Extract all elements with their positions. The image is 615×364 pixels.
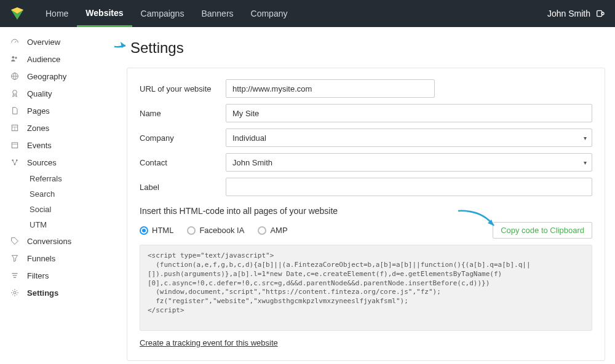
contact-label: Contact xyxy=(140,158,226,167)
sidebar-item-audience[interactable]: Audience xyxy=(0,50,114,68)
svg-point-5 xyxy=(12,56,14,58)
sidebar-item-label: Audience xyxy=(27,55,60,64)
annotation-arrow-icon xyxy=(457,208,500,233)
user-name: John Smith xyxy=(547,9,590,18)
sidebar-item-funnels[interactable]: Funnels xyxy=(0,250,114,267)
sidebar-item-label: Overview xyxy=(27,38,60,47)
sidebar-item-label: Settings xyxy=(27,288,58,298)
filter-icon xyxy=(10,271,20,280)
sidebar-item-label: Quality xyxy=(27,89,52,98)
svg-rect-14 xyxy=(12,143,17,148)
page-title: Settings xyxy=(130,39,605,57)
sidebar: OverviewAudienceGeographyQualityPagesZon… xyxy=(0,27,114,364)
award-icon xyxy=(10,89,20,98)
action-bar: Delete Update xyxy=(127,361,605,364)
account-icon xyxy=(595,9,605,18)
create-tracking-event-link[interactable]: Create a tracking event for this website xyxy=(140,338,278,347)
sidebar-subitem-utm[interactable]: UTM xyxy=(0,217,114,232)
format-radio-amp[interactable]: AMP xyxy=(258,226,287,235)
copy-code-button[interactable]: Copy code to Clipboard xyxy=(493,222,592,239)
zone-icon xyxy=(10,123,20,133)
sidebar-item-label: Sources xyxy=(27,158,57,167)
sidebar-subitem-social[interactable]: Social xyxy=(0,202,114,217)
sidebar-item-sources[interactable]: Sources xyxy=(0,154,114,171)
annotation-arrow-icon xyxy=(114,27,133,55)
svg-point-10 xyxy=(13,90,17,95)
sidebar-item-pages[interactable]: Pages xyxy=(0,102,114,119)
sidebar-item-zones[interactable]: Zones xyxy=(0,119,114,136)
main-content: Settings URL of your website Name Compan… xyxy=(114,27,615,364)
gear-icon xyxy=(10,288,20,298)
label-input[interactable] xyxy=(226,178,592,196)
svg-point-6 xyxy=(15,57,17,58)
sidebar-item-label: Geography xyxy=(27,72,66,81)
topbar: HomeWebsitesCampaignsBannersCompany John… xyxy=(0,0,615,27)
insert-instructions: Insert this HTML-code into all pages of … xyxy=(140,206,592,216)
format-radio-group: HTMLFacebook IAAMP Copy code to Clipboar… xyxy=(140,222,592,239)
nav-item-campaigns[interactable]: Campaigns xyxy=(132,0,193,27)
sidebar-item-conversions[interactable]: Conversions xyxy=(0,232,114,250)
globe-icon xyxy=(10,71,20,81)
gauge-icon xyxy=(10,37,20,47)
page-icon xyxy=(10,106,20,116)
sidebar-subitem-referrals[interactable]: Referrals xyxy=(0,171,114,186)
name-input[interactable] xyxy=(226,104,592,122)
funnel-icon xyxy=(10,253,20,263)
sidebar-item-label: Funnels xyxy=(27,254,55,263)
top-nav: HomeWebsitesCampaignsBannersCompany xyxy=(37,0,296,27)
company-label: Company xyxy=(140,133,226,143)
sidebar-item-label: Conversions xyxy=(27,237,71,246)
company-select[interactable]: Individual xyxy=(226,129,592,147)
url-label: URL of your website xyxy=(140,84,226,93)
sidebar-item-overview[interactable]: Overview xyxy=(0,33,114,50)
url-input[interactable] xyxy=(226,79,435,98)
nav-item-banners[interactable]: Banners xyxy=(192,0,242,27)
nav-item-company[interactable]: Company xyxy=(242,0,296,27)
format-radio-facebook-ia[interactable]: Facebook IA xyxy=(187,226,244,235)
sidebar-item-geography[interactable]: Geography xyxy=(0,68,114,85)
format-radio-html[interactable]: HTML xyxy=(140,226,173,235)
svg-point-3 xyxy=(601,12,604,15)
sidebar-item-label: Zones xyxy=(27,124,49,133)
calendar-icon xyxy=(10,140,20,150)
svg-point-22 xyxy=(14,291,16,294)
sidebar-item-label: Pages xyxy=(27,106,50,116)
svg-line-4 xyxy=(15,41,17,43)
user-menu[interactable]: John Smith xyxy=(547,9,605,18)
nav-item-home[interactable]: Home xyxy=(37,0,77,27)
tag-icon xyxy=(10,236,20,246)
sidebar-item-filters[interactable]: Filters xyxy=(0,267,114,284)
logo-icon xyxy=(10,6,25,21)
settings-card: URL of your website Name Company Individ… xyxy=(127,68,605,361)
sidebar-item-settings[interactable]: Settings xyxy=(0,284,114,301)
sidebar-item-label: Events xyxy=(27,141,52,150)
sidebar-item-events[interactable]: Events xyxy=(0,136,114,154)
sources-icon xyxy=(10,157,20,167)
sidebar-item-label: Filters xyxy=(27,271,49,280)
label-label: Label xyxy=(140,183,226,192)
nav-item-websites[interactable]: Websites xyxy=(77,0,132,27)
name-label: Name xyxy=(140,109,226,118)
sidebar-item-quality[interactable]: Quality xyxy=(0,85,114,102)
sidebar-subitem-search[interactable]: Search xyxy=(0,186,114,202)
code-snippet[interactable]: <script type="text/javascript"> (functio… xyxy=(140,245,592,331)
contact-select[interactable]: John Smith xyxy=(226,153,592,172)
users-icon xyxy=(10,54,20,64)
